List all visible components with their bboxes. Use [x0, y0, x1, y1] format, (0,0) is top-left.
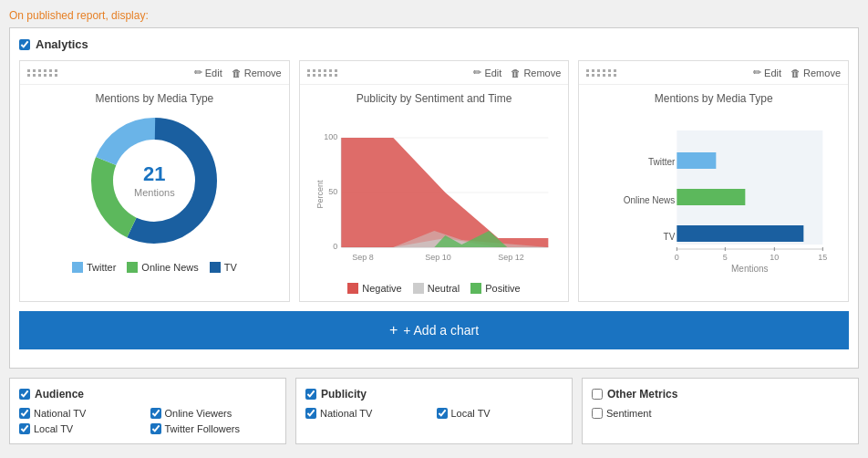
local-tv-publicity-label: Local TV [451, 408, 491, 419]
legend-box-negative [347, 283, 358, 294]
local-tv-audience-checkbox[interactable] [19, 423, 30, 434]
analytics-checkbox[interactable] [19, 39, 30, 50]
online-viewers-label: Online Viewers [165, 408, 232, 419]
other-metrics-card: Other Metrics Sentiment [582, 378, 859, 444]
svg-rect-20 [677, 152, 717, 169]
svg-text:5: 5 [723, 253, 728, 262]
legend-label-neutral: Neutral [428, 283, 460, 294]
remove-button-2[interactable]: Remove [511, 68, 561, 78]
legend-label-positive: Positive [485, 283, 521, 294]
chart-title-2: Publicity by Sentiment and Time [356, 92, 512, 105]
chart-title-1: Mentions by Media Type [95, 92, 213, 105]
edit-button-3[interactable]: Edit [753, 67, 781, 78]
legend-box-online-news [127, 262, 138, 273]
svg-rect-22 [677, 225, 804, 242]
add-chart-button[interactable]: + + Add a chart [19, 311, 849, 349]
other-metrics-items: Sentiment [592, 408, 849, 419]
svg-text:0: 0 [675, 253, 679, 262]
plus-icon: + [389, 322, 398, 338]
svg-text:Percent: Percent [315, 180, 325, 209]
svg-text:Sep 10: Sep 10 [425, 253, 451, 262]
trash-icon-3 [790, 68, 801, 78]
bar-chart: Twitter Online News TV 0 [586, 112, 841, 279]
publicity-checkbox[interactable] [305, 389, 316, 400]
drag-handle-3[interactable] [586, 69, 617, 77]
publicity-card: Publicity National TV Local TV [295, 378, 573, 444]
sentiment-checkbox[interactable] [592, 408, 603, 419]
national-tv-audience-checkbox[interactable] [19, 408, 30, 419]
drag-handle-2[interactable] [307, 69, 338, 77]
legend-box-positive [470, 283, 481, 294]
donut-label: Mentions [134, 187, 175, 198]
charts-row: Edit Remove Mentions by Media Type [19, 60, 849, 302]
svg-rect-21 [677, 189, 746, 205]
chart-card-1: Edit Remove Mentions by Media Type [19, 60, 290, 302]
chart-card-3: Edit Remove Mentions by Media Type Twitt [578, 60, 849, 302]
svg-text:100: 100 [324, 132, 337, 141]
pencil-icon-2 [473, 67, 481, 78]
legend-label-tv: TV [224, 262, 237, 273]
chart-title-3: Mentions by Media Type [655, 92, 773, 105]
drag-handle-1[interactable] [27, 69, 58, 77]
legend-label-twitter: Twitter [87, 262, 116, 273]
legend-box-neutral [413, 283, 424, 294]
trash-icon-1 [232, 68, 242, 78]
svg-text:TV: TV [664, 232, 676, 242]
svg-text:15: 15 [819, 253, 828, 262]
audience-items: National TV Online Viewers Local TV Twit… [19, 408, 276, 434]
svg-text:Twitter: Twitter [648, 157, 676, 167]
bottom-row: Audience National TV Online Viewers Loca… [9, 378, 859, 444]
sentiment-label: Sentiment [606, 408, 652, 419]
analytics-title: Analytics [36, 37, 88, 51]
other-metrics-checkbox[interactable] [592, 389, 603, 400]
audience-card: Audience National TV Online Viewers Loca… [9, 378, 286, 444]
national-tv-audience-label: National TV [34, 408, 86, 419]
publicity-items: National TV Local TV [305, 408, 563, 419]
audience-title: Audience [35, 388, 84, 401]
legend-label-negative: Negative [362, 283, 401, 294]
legend-label-online-news: Online News [141, 262, 198, 273]
edit-button-1[interactable]: Edit [194, 67, 222, 78]
local-tv-publicity-checkbox[interactable] [437, 408, 448, 419]
audience-checkbox[interactable] [19, 389, 30, 400]
legend-box-twitter [72, 262, 83, 273]
svg-text:0: 0 [333, 242, 337, 251]
svg-text:10: 10 [770, 253, 780, 262]
trash-icon-2 [511, 68, 521, 78]
top-label: On published report, display: [9, 9, 859, 22]
online-viewers-checkbox[interactable] [150, 408, 161, 419]
pencil-icon-3 [753, 67, 761, 78]
national-tv-publicity-label: National TV [320, 408, 372, 419]
twitter-followers-label: Twitter Followers [165, 423, 241, 434]
analytics-section: Analytics Edit [9, 27, 859, 369]
svg-text:Sep 8: Sep 8 [352, 253, 374, 262]
svg-text:50: 50 [328, 187, 337, 196]
svg-text:Mentions: Mentions [731, 264, 769, 274]
pencil-icon-1 [194, 67, 202, 78]
remove-button-1[interactable]: Remove [232, 68, 282, 78]
area-legend: Negative Neutral Positive [347, 283, 520, 294]
chart-card-2: Edit Remove Publicity by Sentiment and T… [299, 60, 570, 302]
legend-box-tv [210, 262, 221, 273]
publicity-title: Publicity [321, 388, 367, 401]
area-chart: Percent 100 50 0 [307, 112, 562, 279]
donut-number: 21 [134, 162, 175, 186]
donut-chart: 21 Mentions [86, 112, 222, 249]
national-tv-publicity-checkbox[interactable] [305, 408, 316, 419]
svg-text:Online News: Online News [624, 195, 676, 205]
twitter-followers-checkbox[interactable] [150, 423, 161, 434]
other-metrics-title: Other Metrics [607, 388, 677, 401]
local-tv-audience-label: Local TV [34, 423, 73, 434]
svg-text:Sep 12: Sep 12 [498, 253, 524, 262]
edit-button-2[interactable]: Edit [473, 67, 501, 78]
donut-legend: Twitter Online News TV [72, 262, 237, 273]
remove-button-3[interactable]: Remove [790, 68, 841, 78]
